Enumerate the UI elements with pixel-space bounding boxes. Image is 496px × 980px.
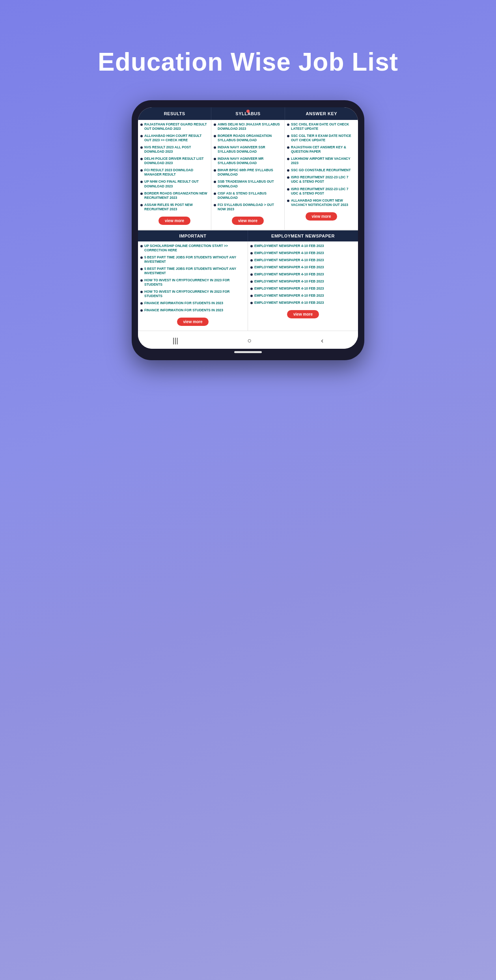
- employment-header: EMPLOYMENT NEWSPAPER: [248, 230, 358, 241]
- list-item: EMPLOYMENT NEWSPAPER 4-10 FEB 2023: [250, 258, 356, 262]
- page-title: Education Wise Job List: [98, 47, 398, 77]
- list-item: EMPLOYMENT NEWSPAPER 4-10 FEB 2023: [250, 265, 356, 269]
- list-item: INDIAN NAVY AGNIVEER MR SYLLABUS DOWNLOA…: [214, 157, 282, 165]
- emp-link-4[interactable]: EMPLOYMENT NEWSPAPER 4-10 FEB 2023: [254, 265, 324, 269]
- list-item: SSC GD CONSTABLE RECRUITMENT: [287, 168, 356, 172]
- bullet: [250, 288, 253, 290]
- list-item: EMPLOYMENT NEWSPAPER 4-10 FEB 2023: [250, 272, 356, 277]
- list-item: FCI RESULT 2023 DOWNLOAD MANAGER RESULT: [140, 168, 209, 177]
- answer-link-8[interactable]: ALLAHABAD HIGH COURT NEW VACANCY NOTIFIC…: [291, 198, 356, 207]
- result-link-7[interactable]: BORDER ROADS ORGANIZATION NEW RECRUITMEN…: [144, 191, 209, 200]
- emp-link-8[interactable]: EMPLOYMENT NEWSPAPER 4-10 FEB 2023: [254, 294, 324, 298]
- important-link-4[interactable]: HOW TO INVEST IN CRYPTOCURRENCY IN 2023 …: [144, 278, 245, 287]
- bullet: [214, 123, 216, 126]
- important-link-5[interactable]: HOW TO INVEST IN CRYPTOCURRENCY IN 2023 …: [144, 290, 245, 298]
- list-item: UP SCHOLARSHIP ONLINE CORRECTION START >…: [140, 244, 245, 252]
- result-link-5[interactable]: FCI RESULT 2023 DOWNLOAD MANAGER RESULT: [144, 168, 209, 177]
- important-link-6[interactable]: FINANCE INFORMATION FOR STUDENTS IN 2023: [144, 301, 223, 305]
- emp-link-3[interactable]: EMPLOYMENT NEWSPAPER 4-10 FEB 2023: [254, 258, 324, 262]
- employment-view-more-button[interactable]: view more: [287, 310, 319, 318]
- answer-link-4[interactable]: LUKHNOW AIRPORT NEW VACANCY 2023: [291, 157, 356, 165]
- syllabus-link-4[interactable]: INDIAN NAVY AGNIVEER MR SYLLABUS DOWNLOA…: [218, 157, 282, 165]
- list-item: FINANCE INFORMATION FOR STUDENTS IN 2023: [140, 308, 245, 312]
- list-item: RAJASTHAN FOREST GUARD RESULT OUT DOWNLO…: [140, 122, 209, 131]
- tab-results-label: RESULTS: [164, 111, 185, 116]
- bullet: [140, 268, 143, 270]
- syllabus-link-3[interactable]: INDIAN NAVY AGNIVEER SSR SYLLABUS DOWNLO…: [218, 145, 282, 154]
- important-link-2[interactable]: 5 BEST PART TIME JOBS FOR STUDENTS WITHO…: [144, 255, 245, 264]
- bullet: [287, 169, 289, 172]
- tab-dot: [246, 110, 250, 113]
- syllabus-link-2[interactable]: BORDER ROADS ORGANIZATION SYLLABUS DOWNL…: [218, 134, 282, 142]
- list-item: INDIAN NAVY AGNIVEER SSR SYLLABUS DOWNLO…: [214, 145, 282, 154]
- list-item: EMPLOYMENT NEWSPAPER 4-10 FEB 2023: [250, 286, 356, 291]
- answer-link-3[interactable]: RAJASTHAN CET ANSWER KEY & QUESTION PAPE…: [291, 145, 356, 154]
- syllabus-link-1[interactable]: AIIMS DELHI NCI JHAJJAR SYLLABUS DOWNLOA…: [218, 122, 282, 131]
- nav-home-icon[interactable]: ○: [248, 337, 252, 345]
- answer-link-2[interactable]: SSC CGL TIER II EXAM DATE NOTICE OUT CHE…: [291, 134, 356, 142]
- answer-view-more-button[interactable]: view more: [306, 212, 338, 221]
- syllabus-link-8[interactable]: FCI SYLLABUS DOWNLOAD > OUT NOW 2023: [218, 203, 282, 211]
- important-link-1[interactable]: UP SCHOLARSHIP ONLINE CORRECTION START >…: [144, 244, 245, 252]
- list-item: DELHI POLICE DRIVER RESULT LIST DOWNLOAD…: [140, 157, 209, 165]
- bullet: [287, 200, 289, 202]
- bullet: [140, 169, 143, 172]
- syllabus-link-7[interactable]: CISF ASI & STENO SYLLABUS DOWNLOAD: [218, 191, 282, 200]
- bullet: [140, 135, 143, 137]
- results-column: RAJASTHAN FOREST GUARD RESULT OUT DOWNLO…: [138, 120, 211, 230]
- bullet: [250, 259, 253, 262]
- result-link-2[interactable]: ALLAHABAD HIGH COURT RESULT OUT 2023 >> …: [144, 134, 209, 142]
- list-item: SSC CHSL EXAM DATE OUT CHECK LATEST UPDA…: [287, 122, 356, 131]
- important-view-more-wrap: view more: [140, 315, 245, 329]
- bullet: [250, 266, 253, 269]
- list-item: ASSAM RIFLES 95 POST NEW RECRUITMENT 202…: [140, 203, 209, 211]
- bullet: [214, 193, 216, 195]
- tab-results[interactable]: RESULTS: [138, 107, 211, 120]
- emp-link-1[interactable]: EMPLOYMENT NEWSPAPER 4-10 FEB 2023: [254, 244, 324, 248]
- important-view-more-button[interactable]: view more: [177, 318, 209, 326]
- result-link-6[interactable]: UP NHM CHO FINAL RESULT OUT DOWNLOAD 202…: [144, 180, 209, 188]
- emp-link-6[interactable]: EMPLOYMENT NEWSPAPER 4-10 FEB 2023: [254, 279, 324, 284]
- emp-link-5[interactable]: EMPLOYMENT NEWSPAPER 4-10 FEB 2023: [254, 272, 324, 277]
- bullet: [140, 181, 143, 183]
- emp-link-9[interactable]: EMPLOYMENT NEWSPAPER 4-10 FEB 2023: [254, 301, 324, 305]
- results-view-more-button[interactable]: view more: [158, 217, 190, 225]
- bullet: [287, 123, 289, 126]
- syllabus-view-more-button[interactable]: view more: [232, 217, 264, 225]
- list-item: ISRO RECRUITMENT 2022-23 LDC 7 UDC & STE…: [287, 175, 356, 184]
- result-link-4[interactable]: DELHI POLICE DRIVER RESULT LIST DOWNLOAD…: [144, 157, 209, 165]
- answer-link-5[interactable]: SSC GD CONSTABLE RECRUITMENT: [291, 168, 351, 172]
- emp-link-7[interactable]: EMPLOYMENT NEWSPAPER 4-10 FEB 2023: [254, 286, 324, 291]
- bullet: [140, 123, 143, 126]
- answer-link-1[interactable]: SSC CHSL EXAM DATE OUT CHECK LATEST UPDA…: [291, 122, 356, 131]
- answer-link-6[interactable]: ISRO RECRUITMENT 2022-23 LDC 7 UDC & STE…: [291, 175, 356, 184]
- tab-answer-key[interactable]: ANSWER KEY: [285, 107, 358, 120]
- syllabus-column: AIIMS DELHI NCI JHAJJAR SYLLABUS DOWNLOA…: [211, 120, 285, 230]
- important-link-3[interactable]: 5 BEST PART TIME JOBS FOR STUDENTS WITHO…: [144, 267, 245, 275]
- list-item: AIIMS DELHI NCI JHAJJAR SYLLABUS DOWNLOA…: [214, 122, 282, 131]
- tab-syllabus[interactable]: SYLLABUS: [211, 107, 285, 120]
- result-link-8[interactable]: ASSAM RIFLES 95 POST NEW RECRUITMENT 202…: [144, 203, 209, 211]
- list-item: BORDER ROADS ORGANIZATION SYLLABUS DOWNL…: [214, 134, 282, 142]
- bullet: [214, 181, 216, 183]
- list-item: FINANCE INFORMATION FOR STUDENTS IN 2023: [140, 301, 245, 305]
- bullet: [250, 295, 253, 297]
- phone-mockup: RESULTS SYLLABUS ANSWER KEY RAJASTHAN FO…: [132, 100, 364, 360]
- syllabus-link-6[interactable]: SSB TRADESMAN SYLLABUS OUT DOWNLOAD: [218, 180, 282, 188]
- list-item: 5 BEST PART TIME JOBS FOR STUDENTS WITHO…: [140, 255, 245, 264]
- list-item: EMPLOYMENT NEWSPAPER 4-10 FEB 2023: [250, 244, 356, 248]
- bullet: [287, 135, 289, 137]
- syllabus-link-5[interactable]: BIHAR BPSC 68th PRE SYLLABUS DOWNLOAD: [218, 168, 282, 177]
- emp-link-2[interactable]: EMPLOYMENT NEWSPAPER 4-10 FEB 2023: [254, 251, 324, 255]
- bullet: [140, 279, 143, 282]
- important-link-7[interactable]: FINANCE INFORMATION FOR STUDENTS IN 2023: [144, 308, 223, 312]
- bullet: [214, 146, 216, 149]
- list-item: EMPLOYMENT NEWSPAPER 4-10 FEB 2023: [250, 251, 356, 255]
- answer-link-7[interactable]: ISRO RECRUITMENT 2022-23 LDC 7 UDC & STE…: [291, 187, 356, 196]
- result-link-3[interactable]: NVS RESULT 2023 ALL POST DOWNLOAD 2023: [144, 145, 209, 154]
- nav-back-icon[interactable]: ‹: [321, 337, 323, 345]
- tabs-row: RESULTS SYLLABUS ANSWER KEY: [138, 107, 358, 120]
- result-link-1[interactable]: RAJASTHAN FOREST GUARD RESULT OUT DOWNLO…: [144, 122, 209, 131]
- list-item: 5 BEST PART TIME JOBS FOR STUDENTS WITHO…: [140, 267, 245, 275]
- nav-recent-apps-icon[interactable]: |||: [173, 337, 178, 345]
